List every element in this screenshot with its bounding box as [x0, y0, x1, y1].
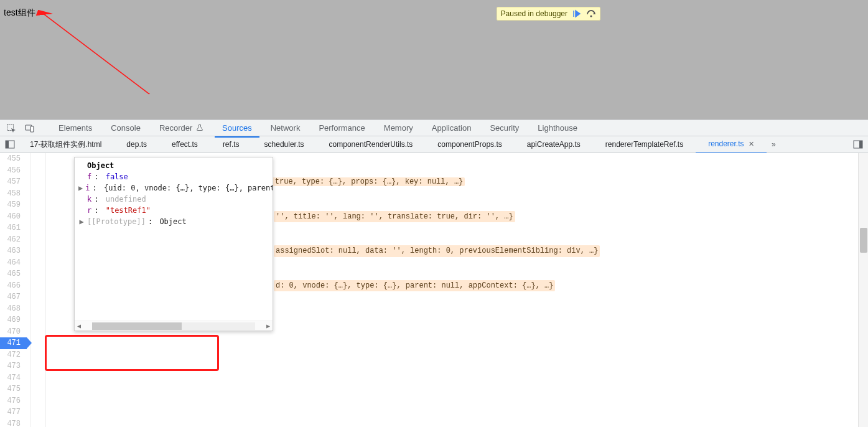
tab-elements[interactable]: Elements: [51, 120, 100, 136]
object-property-row[interactable]: f: false: [78, 171, 269, 182]
svg-rect-6: [6, 141, 9, 148]
resume-icon[interactable]: [572, 9, 581, 18]
line-number[interactable]: 478: [0, 418, 27, 428]
svg-rect-8: [859, 141, 862, 148]
object-property-row[interactable]: r: "testRef1": [78, 205, 269, 216]
tab-sources[interactable]: Sources: [215, 120, 259, 138]
file-tab[interactable]: 17-获取组件实例.html: [17, 136, 114, 153]
property-key: [[Prototype]]: [87, 216, 146, 227]
scroll-left-icon[interactable]: ◀: [75, 321, 83, 332]
line-number[interactable]: 477: [0, 406, 27, 418]
file-tab[interactable]: dep.ts: [114, 136, 159, 153]
line-number[interactable]: 475: [0, 383, 27, 395]
debugger-pane-toggle-icon[interactable]: [853, 139, 863, 149]
object-inspector-popup[interactable]: Object f: false ▶i: {uid: 0, vnode: {…},…: [74, 157, 273, 331]
tab-application[interactable]: Application: [424, 120, 479, 136]
step-over-icon[interactable]: [586, 9, 596, 18]
tab-security[interactable]: Security: [482, 120, 526, 136]
inline-value-badge: '', title: '', lang: '', translate: true…: [274, 211, 515, 223]
expand-arrow-icon[interactable]: [78, 171, 85, 182]
device-toolbar-icon[interactable]: [22, 123, 37, 133]
svg-point-0: [590, 15, 592, 17]
annotation-arrow-icon: [0, 0, 868, 120]
devtools-main-tabs: Elements Console Recorder Sources Networ…: [0, 120, 868, 136]
line-gutter: 455 456 457 458 459 460 461 462 463 464 …: [0, 153, 31, 427]
file-tab[interactable]: ref.ts: [210, 136, 252, 153]
svg-line-1: [44, 14, 149, 94]
file-tab[interactable]: rendererTemplateRef.ts: [593, 136, 696, 153]
horizontal-scrollbar[interactable]: ◀ ▶: [75, 321, 273, 331]
expand-arrow-icon[interactable]: ▶: [78, 182, 83, 194]
tab-performance[interactable]: Performance: [311, 120, 372, 136]
line-number[interactable]: 457: [0, 176, 27, 188]
file-tab[interactable]: componentProps.ts: [425, 136, 514, 153]
line-number-current[interactable]: 471: [0, 337, 27, 349]
property-key: f: [87, 171, 91, 182]
property-value: Object: [159, 216, 186, 227]
object-header: Object: [78, 160, 269, 171]
svg-rect-4: [30, 126, 34, 132]
property-value: {uid: 0, vnode: {…}, type: {…}, parent: [104, 182, 273, 194]
tab-recorder-label: Recorder: [159, 123, 192, 133]
code-line: [46, 349, 868, 361]
source-file-tabs: 17-获取组件实例.html dep.ts effect.ts ref.ts s…: [0, 136, 868, 153]
line-number[interactable]: 467: [0, 291, 27, 303]
line-number[interactable]: 455: [0, 153, 27, 165]
flask-icon: [196, 124, 203, 131]
expand-arrow-icon[interactable]: ▶: [78, 216, 85, 227]
tab-console[interactable]: Console: [103, 120, 148, 136]
line-number[interactable]: 470: [0, 326, 27, 338]
line-number[interactable]: 465: [0, 268, 27, 280]
line-number[interactable]: 469: [0, 314, 27, 326]
scrollbar-thumb[interactable]: [92, 322, 182, 330]
tabs-overflow-icon[interactable]: »: [767, 140, 781, 149]
expand-arrow-icon[interactable]: [78, 205, 85, 216]
file-tab[interactable]: scheduler.ts: [252, 136, 317, 153]
file-tab-label: renderer.ts: [708, 139, 744, 148]
line-number[interactable]: 474: [0, 372, 27, 384]
file-tab-active[interactable]: renderer.ts ✕: [696, 136, 767, 154]
debugger-paused-overlay: Paused in debugger: [497, 7, 600, 21]
line-number[interactable]: 462: [0, 234, 27, 246]
property-key: k: [87, 194, 91, 205]
scrollbar-thumb[interactable]: [860, 228, 867, 253]
inspect-element-icon[interactable]: [4, 123, 19, 133]
inline-value-badge: d: 0, vnode: {…}, type: {…}, parent: nul…: [274, 280, 555, 292]
object-property-row[interactable]: ▶i: {uid: 0, vnode: {…}, type: {…}, pare…: [78, 182, 269, 194]
line-number[interactable]: 472: [0, 349, 27, 361]
line-number[interactable]: 456: [0, 165, 27, 177]
line-number[interactable]: 460: [0, 211, 27, 223]
navigator-toggle-icon[interactable]: [2, 139, 17, 149]
fold-gutter: [31, 153, 46, 427]
line-number[interactable]: 473: [0, 360, 27, 372]
tab-recorder[interactable]: Recorder: [152, 120, 211, 136]
code-line: [46, 418, 868, 428]
line-number[interactable]: 476: [0, 395, 27, 407]
app-viewport: test组件 Paused in debugger: [0, 0, 868, 120]
tab-lighthouse[interactable]: Lighthouse: [530, 120, 585, 136]
vertical-scrollbar[interactable]: [858, 153, 868, 427]
object-property-row[interactable]: ▶[[Prototype]]: Object: [78, 216, 269, 227]
line-number[interactable]: 461: [0, 222, 27, 234]
inline-value-badge: assignedSlot: null, data: '', length: 0,…: [274, 245, 600, 257]
code-line: [46, 383, 868, 395]
line-number[interactable]: 463: [0, 245, 27, 257]
file-tab[interactable]: apiCreateApp.ts: [515, 136, 593, 153]
scrollbar-track[interactable]: [92, 322, 255, 330]
line-number[interactable]: 466: [0, 280, 27, 292]
tab-memory[interactable]: Memory: [376, 120, 421, 136]
line-number[interactable]: 458: [0, 188, 27, 200]
line-number[interactable]: 468: [0, 303, 27, 315]
scroll-right-icon[interactable]: ▶: [264, 321, 273, 332]
property-key: r: [87, 205, 91, 216]
line-number[interactable]: 459: [0, 199, 27, 211]
tab-network[interactable]: Network: [263, 120, 308, 136]
close-icon[interactable]: ✕: [749, 140, 754, 148]
file-tab[interactable]: componentRenderUtils.ts: [317, 136, 426, 153]
file-tab[interactable]: effect.ts: [159, 136, 210, 153]
property-key: i: [85, 182, 90, 194]
object-property-row[interactable]: k: undefined: [78, 194, 269, 205]
line-number[interactable]: 464: [0, 257, 27, 269]
expand-arrow-icon[interactable]: [78, 194, 85, 205]
property-value: "testRef1": [106, 205, 151, 216]
